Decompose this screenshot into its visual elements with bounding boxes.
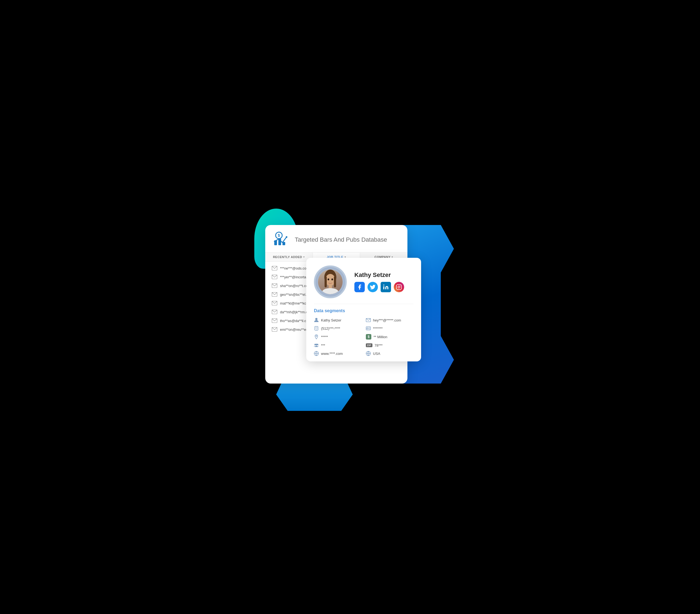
svg-rect-29 [315,327,317,329]
svg-point-15 [325,274,335,286]
svg-point-23 [383,285,385,286]
data-item-website: www.****.com [314,351,362,356]
profile-info: Kathy Setzer [354,272,413,292]
data-item-zip: ZIP 78*** [366,343,413,348]
linkedin-icon[interactable] [380,282,391,292]
email-icon [272,318,277,323]
svg-point-21 [332,278,333,280]
svg-point-19 [322,288,338,294]
svg-rect-22 [383,286,385,289]
svg-rect-17 [334,276,336,287]
svg-rect-16 [325,276,327,287]
data-item-name: Kathy Setzer [314,318,362,323]
svg-point-20 [328,278,329,280]
data-item-id: ******* [366,326,413,331]
svg-point-30 [316,329,317,330]
filter-recently-added[interactable]: RECENTLY ADDED ▾ [265,253,313,261]
location-icon [314,334,319,339]
svg-point-26 [315,318,317,320]
data-item-location: ***** [314,334,362,339]
data-item-team: *** [314,343,362,348]
svg-point-32 [367,328,368,329]
page-title: Targeted Bars And Pubs Database [295,236,387,244]
globe-icon [314,351,319,356]
instagram-icon[interactable] [394,282,404,292]
svg-point-38 [315,343,317,345]
data-item-phone: (512)***-**** [314,326,362,331]
zip-badge: ZIP [366,343,372,347]
data-grid: Kathy Setzer hey***@*****.com (512)***-*… [314,318,413,356]
profile-name: Kathy Setzer [354,272,413,278]
email-icon [272,301,277,305]
svg-point-5 [286,236,287,238]
avatar [314,265,347,298]
chevron-down-icon: ▾ [303,255,305,258]
panel-header: $ Targeted Bars And Pubs Database [265,225,408,252]
email-icon [272,292,277,297]
id-icon [366,326,371,331]
person-icon [314,318,319,323]
svg-rect-24 [397,285,401,289]
email-icon [272,310,277,314]
svg-text:$: $ [278,233,280,238]
twitter-icon[interactable] [367,282,378,292]
facebook-icon[interactable] [354,282,365,292]
data-item-revenue: $ ** Million [366,334,413,339]
data-item-email: hey***@*****.com [366,318,413,323]
dollar-icon: $ [366,334,371,339]
social-icons [354,282,413,292]
profile-card: Kathy Setzer Data segment [306,258,421,361]
data-item-country: USA [366,351,413,356]
scene: $ Targeted Bars And Pubs Database RECENT… [254,209,446,405]
email-icon [272,266,277,271]
logo-icon: $ [273,231,289,248]
profile-header: Kathy Setzer [314,265,413,304]
email-icon [272,284,277,288]
email-icon [366,318,371,323]
data-segments-title: Data segments [314,308,413,313]
flag-icon [366,351,371,356]
svg-point-35 [316,336,317,337]
team-icon [314,343,319,348]
email-icon [272,275,277,279]
phone-icon [314,326,319,331]
avatar-inner [318,270,342,294]
email-icon [272,327,277,331]
